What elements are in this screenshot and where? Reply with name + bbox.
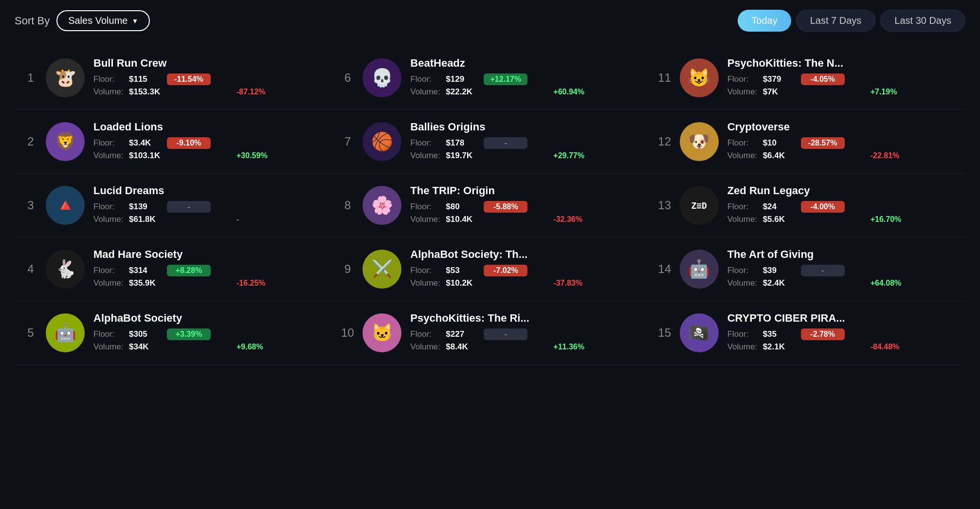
collection-card[interactable]: 5 🤖 AlphaBot Society Floor: $305 +3.39% … <box>15 301 331 365</box>
floor-value: $227 <box>446 329 480 339</box>
collection-avatar: 🤖 <box>46 313 85 352</box>
volume-label: Volume: <box>727 151 759 161</box>
collection-avatar: 🐇 <box>46 250 85 289</box>
floor-label: Floor: <box>727 138 759 148</box>
volume-pct: -32.36% <box>553 215 582 224</box>
floor-label: Floor: <box>93 138 125 148</box>
floor-value: $379 <box>763 74 797 84</box>
collection-card[interactable]: 3 🔺 Lucid Dreams Floor: $139 - Volume: $… <box>15 174 331 237</box>
volume-row: Volume: $8.4K +11.36% <box>410 342 639 352</box>
floor-badge: -4.00% <box>801 201 845 213</box>
collection-info: PsychoKitties: The Ri... Floor: $227 - V… <box>410 312 639 354</box>
collection-card[interactable]: 1 🐮 Bull Run Crew Floor: $115 -11.54% Vo… <box>15 46 331 110</box>
volume-row: Volume: $2.1K -84.48% <box>727 342 957 352</box>
sort-label: Sort By <box>15 15 50 27</box>
floor-badge: -11.54% <box>167 73 211 85</box>
volume-row: Volume: $103.1K +30.59% <box>93 151 323 161</box>
collection-name: CRYPTO CIBER PIRA... <box>727 312 957 325</box>
collection-card[interactable]: 7 🏀 Ballies Origins Floor: $178 - Volume… <box>331 110 648 174</box>
floor-label: Floor: <box>727 266 759 275</box>
volume-row: Volume: $5.6K +16.70% <box>727 215 957 224</box>
volume-pct: +11.36% <box>553 343 584 351</box>
volume-pct: +7.19% <box>871 88 897 96</box>
volume-label: Volume: <box>727 342 759 352</box>
volume-row: Volume: $19.7K +29.77% <box>410 151 639 161</box>
volume-value: $35.9K <box>129 278 163 288</box>
volume-value: $6.4K <box>763 151 797 161</box>
today-filter-button[interactable]: Today <box>738 10 791 32</box>
volume-label: Volume: <box>410 151 442 161</box>
floor-badge: +12.17% <box>484 73 527 85</box>
collection-avatar: 🌸 <box>363 186 401 225</box>
collection-avatar: 😺 <box>680 58 719 97</box>
floor-row: Floor: $314 +8.28% <box>93 265 323 276</box>
collection-card[interactable]: 13 Z≡D Zed Run Legacy Floor: $24 -4.00% … <box>649 174 965 237</box>
collection-avatar: 🐶 <box>680 122 719 161</box>
floor-label: Floor: <box>727 202 759 212</box>
floor-row: Floor: $115 -11.54% <box>93 73 323 85</box>
last7-filter-button[interactable]: Last 7 Days <box>796 10 876 32</box>
floor-badge: +3.39% <box>167 328 211 340</box>
floor-value: $24 <box>763 202 797 212</box>
collection-card[interactable]: 14 🤖 The Art of Giving Floor: $39 - Volu… <box>649 237 965 301</box>
volume-pct: +29.77% <box>553 151 584 160</box>
floor-value: $139 <box>129 202 163 212</box>
floor-row: Floor: $227 - <box>410 328 639 340</box>
floor-row: Floor: $24 -4.00% <box>727 201 957 213</box>
collection-info: Loaded Lions Floor: $3.4K -9.10% Volume:… <box>93 121 323 163</box>
volume-value: $10.2K <box>446 278 480 288</box>
collection-card[interactable]: 6 💀 BeatHeadz Floor: $129 +12.17% Volume… <box>331 46 648 110</box>
collection-card[interactable]: 12 🐶 Cryptoverse Floor: $10 -28.57% Volu… <box>649 110 965 174</box>
floor-row: Floor: $53 -7.02% <box>410 265 639 276</box>
volume-value: $7K <box>763 87 797 97</box>
volume-row: Volume: $153.3K -87.12% <box>93 87 323 97</box>
collection-card[interactable]: 15 🏴‍☠️ CRYPTO CIBER PIRA... Floor: $35 … <box>649 301 965 365</box>
volume-value: $153.3K <box>129 87 163 97</box>
volume-value: $34K <box>129 342 163 352</box>
volume-label: Volume: <box>93 151 125 161</box>
volume-label: Volume: <box>410 215 442 224</box>
collection-info: CRYPTO CIBER PIRA... Floor: $35 -2.78% V… <box>727 312 957 354</box>
collection-card[interactable]: 11 😺 PsychoKitties: The N... Floor: $379… <box>649 46 965 110</box>
floor-label: Floor: <box>410 266 442 275</box>
floor-row: Floor: $305 +3.39% <box>93 328 323 340</box>
collection-rank: 2 <box>23 135 38 148</box>
floor-row: Floor: $379 -4.05% <box>727 73 957 85</box>
collection-rank: 13 <box>657 199 672 212</box>
floor-row: Floor: $80 -5.88% <box>410 201 639 213</box>
floor-label: Floor: <box>410 329 442 339</box>
volume-value: $2.4K <box>763 278 797 288</box>
volume-pct: +9.68% <box>236 343 263 351</box>
floor-badge: -9.10% <box>167 137 211 149</box>
collection-rank: 12 <box>657 135 672 148</box>
collection-rank: 5 <box>23 326 38 340</box>
collection-avatar: 💀 <box>363 58 401 97</box>
sort-dropdown[interactable]: Sales Volume ▼ <box>56 10 150 31</box>
collection-card[interactable]: 4 🐇 Mad Hare Society Floor: $314 +8.28% … <box>15 237 331 301</box>
collection-name: The TRIP: Origin <box>410 184 639 197</box>
floor-label: Floor: <box>410 74 442 84</box>
floor-value: $3.4K <box>129 138 163 148</box>
last30-filter-button[interactable]: Last 30 Days <box>880 10 965 32</box>
collection-card[interactable]: 8 🌸 The TRIP: Origin Floor: $80 -5.88% V… <box>331 174 648 237</box>
floor-badge: - <box>167 201 211 213</box>
volume-row: Volume: $6.4K -22.81% <box>727 151 957 161</box>
floor-row: Floor: $39 - <box>727 265 957 276</box>
floor-badge: -2.78% <box>801 328 845 340</box>
collection-avatar: 🐱 <box>363 313 401 352</box>
floor-label: Floor: <box>93 74 125 84</box>
collection-avatar: 🦁 <box>46 122 85 161</box>
collection-info: Mad Hare Society Floor: $314 +8.28% Volu… <box>93 248 323 290</box>
collection-name: BeatHeadz <box>410 57 639 70</box>
floor-value: $80 <box>446 202 480 212</box>
collection-name: Loaded Lions <box>93 121 323 133</box>
collection-card[interactable]: 10 🐱 PsychoKitties: The Ri... Floor: $22… <box>331 301 648 365</box>
collection-rank: 7 <box>340 135 355 148</box>
collection-name: Ballies Origins <box>410 121 639 133</box>
volume-value: $19.7K <box>446 151 480 161</box>
collection-card[interactable]: 2 🦁 Loaded Lions Floor: $3.4K -9.10% Vol… <box>15 110 331 174</box>
floor-row: Floor: $3.4K -9.10% <box>93 137 323 149</box>
collection-card[interactable]: 9 ⚔️ AlphaBot Society: Th... Floor: $53 … <box>331 237 648 301</box>
floor-label: Floor: <box>93 266 125 275</box>
volume-row: Volume: $61.8K - <box>93 215 323 224</box>
